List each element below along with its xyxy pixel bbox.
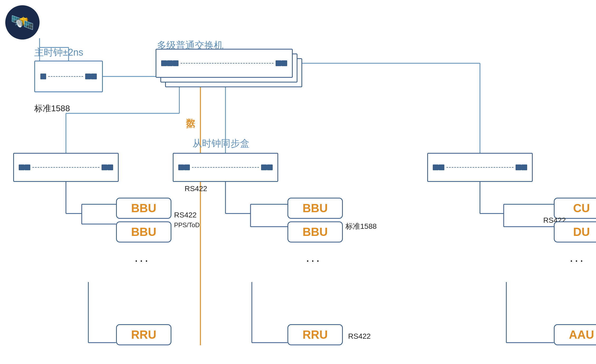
port-dot-3	[91, 74, 97, 79]
switch-box-1	[156, 49, 293, 78]
bbu4-label: BBU	[302, 225, 328, 239]
cu-label: CU	[573, 202, 590, 215]
connection-lines	[0, 0, 596, 364]
center-slave-box	[173, 153, 278, 182]
dots-left: ···	[134, 253, 150, 268]
cs-port2	[184, 164, 190, 170]
du-label: DU	[573, 225, 590, 239]
satellite-icon: 🛰️	[5, 5, 40, 40]
master-clock-label: 主时钟±2ns	[34, 46, 83, 59]
slave-clock-label: 从时钟同步盒	[193, 137, 249, 150]
rs422-left-label: RS422	[174, 211, 197, 219]
sw1-port3	[173, 60, 179, 66]
rru2-label: RRU	[302, 328, 328, 341]
ls-port1	[19, 164, 25, 170]
right-slave-box	[427, 153, 533, 182]
ls-port4	[107, 164, 113, 170]
sw1-port1	[161, 60, 167, 66]
rs-port3	[516, 164, 521, 170]
cs-port3	[261, 164, 267, 170]
port-dot-2	[85, 74, 91, 79]
dots-center: ···	[306, 253, 321, 268]
rru2-box: RRU	[287, 324, 343, 345]
cs-port4	[267, 164, 273, 170]
ls-port3	[102, 164, 107, 170]
bbu1-label: BBU	[131, 202, 156, 215]
master-clock-box	[34, 61, 103, 92]
bbu2-label: BBU	[131, 225, 156, 239]
ppstod-label: PPS/ToD	[174, 221, 200, 229]
sw1-port2	[167, 60, 173, 66]
port-dot-1	[40, 74, 46, 79]
bbu4-box: BBU	[287, 221, 343, 242]
rs-port4	[521, 164, 527, 170]
du-box: DU	[554, 221, 596, 242]
rru1-box: RRU	[116, 324, 171, 345]
standard1588-label-left: 标准1588	[34, 103, 70, 114]
aau-label: AAU	[569, 328, 594, 341]
sw1-port5	[281, 60, 287, 66]
rs422-center-bottom-label: RS422	[348, 332, 371, 341]
bbu3-label: BBU	[302, 202, 328, 215]
diagram: 🛰️ 主时钟±2ns 标准1588 多级普通交换机	[0, 0, 596, 364]
cs-port1	[178, 164, 184, 170]
rs-port2	[439, 164, 444, 170]
sw1-port4	[276, 60, 281, 66]
standard1588-center-label: 标准1588	[345, 221, 377, 231]
dots-right: ···	[570, 253, 585, 268]
bbu1-box: BBU	[116, 198, 171, 219]
rs422-center-top-label: RS422	[185, 185, 207, 193]
rru1-label: RRU	[131, 328, 156, 341]
rs-port1	[433, 164, 439, 170]
aau-box: AAU	[554, 324, 596, 345]
data-label: 数据	[184, 111, 197, 113]
cu-box: CU	[554, 198, 596, 219]
ls-port2	[25, 164, 30, 170]
left-slave-box	[13, 153, 119, 182]
bbu3-box: BBU	[287, 198, 343, 219]
bbu2-box: BBU	[116, 221, 171, 242]
